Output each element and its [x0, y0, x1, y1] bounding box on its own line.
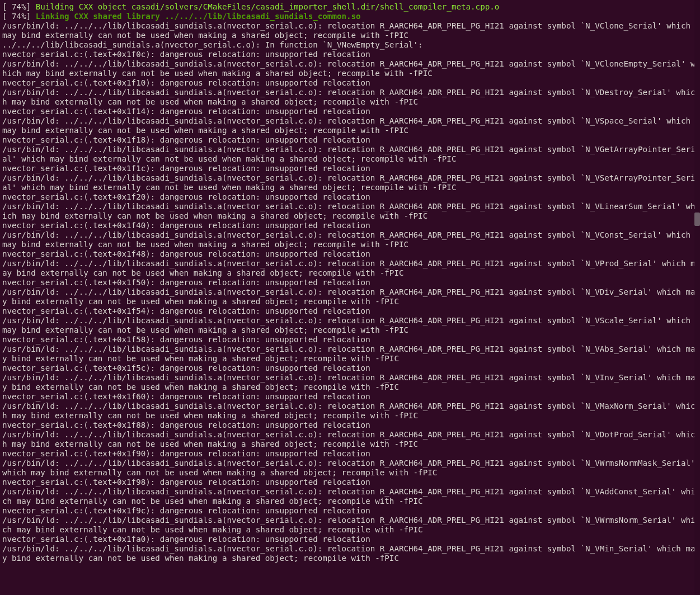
dangerous-line: nvector_serial.c:(.text+0x1f9c): dangero…: [2, 506, 698, 516]
progress-percent: [ 74%]: [2, 12, 36, 21]
dangerous-line: nvector_serial.c:(.text+0x1f1c): dangero…: [2, 164, 698, 173]
dangerous-reloc: nvector_serial.c:(.text+0x1f50): dangero…: [2, 278, 370, 287]
dangerous-reloc: nvector_serial.c:(.text+0x1f54): dangero…: [2, 306, 370, 315]
dangerous-reloc: nvector_serial.c:(.text+0x1f90): dangero…: [2, 449, 370, 458]
dangerous-line: nvector_serial.c:(.text+0x1f48): dangero…: [2, 249, 698, 259]
in-function-line: ../../../lib/libcasadi_sundials.a(nvecto…: [2, 40, 698, 50]
dangerous-reloc: nvector_serial.c:(.text+0x1f20): dangero…: [2, 192, 370, 201]
build-message: Building CXX object casadi/solvers/CMake…: [36, 2, 500, 11]
dangerous-reloc: nvector_serial.c:(.text+0x1f88): dangero…: [2, 421, 370, 429]
dangerous-line: nvector_serial.c:(.text+0x1f60): dangero…: [2, 392, 698, 402]
ld-error-line: /usr/bin/ld: ../../../lib/libcasadi_sund…: [2, 59, 698, 78]
dangerous-line: nvector_serial.c:(.text+0x1f18): dangero…: [2, 135, 698, 145]
dangerous-reloc: nvector_serial.c:(.text+0x1f40): dangero…: [2, 221, 370, 230]
ld-error: /usr/bin/ld: ../../../lib/libcasadi_sund…: [2, 402, 696, 420]
link-line: [ 74%] Linking CXX shared library ../../…: [2, 12, 698, 21]
ld-error: /usr/bin/ld: ../../../lib/libcasadi_sund…: [2, 373, 696, 391]
ld-error-line: /usr/bin/ld: ../../../lib/libcasadi_sund…: [2, 373, 698, 392]
ld-error: /usr/bin/ld: ../../../lib/libcasadi_sund…: [2, 202, 696, 220]
dangerous-reloc: nvector_serial.c:(.text+0x1f18): dangero…: [2, 135, 370, 144]
dangerous-reloc: nvector_serial.c:(.text+0x1f1c): dangero…: [2, 164, 370, 173]
ld-error: /usr/bin/ld: ../../../lib/libcasadi_sund…: [2, 88, 696, 106]
dangerous-line: nvector_serial.c:(.text+0x1f90): dangero…: [2, 449, 698, 459]
ld-error: /usr/bin/ld: ../../../lib/libcasadi_sund…: [2, 430, 696, 448]
dangerous-reloc: nvector_serial.c:(.text+0x1f48): dangero…: [2, 249, 370, 258]
ld-error-line: /usr/bin/ld: ../../../lib/libcasadi_sund…: [2, 145, 698, 164]
ld-error-line: /usr/bin/ld: ../../../lib/libcasadi_sund…: [2, 116, 698, 135]
dangerous-line: nvector_serial.c:(.text+0x1f0c): dangero…: [2, 50, 698, 59]
ld-error: /usr/bin/ld: ../../../lib/libcasadi_sund…: [2, 59, 696, 78]
ld-error-line: /usr/bin/ld: ../../../lib/libcasadi_sund…: [2, 430, 698, 449]
ld-error: /usr/bin/ld: ../../../lib/libcasadi_sund…: [2, 145, 696, 163]
ld-error-line: /usr/bin/ld: ../../../lib/libcasadi_sund…: [2, 259, 698, 278]
ld-error: /usr/bin/ld: ../../../lib/libcasadi_sund…: [2, 259, 696, 277]
dangerous-reloc: nvector_serial.c:(.text+0x1f10): dangero…: [2, 78, 370, 87]
dangerous-line: nvector_serial.c:(.text+0x1f50): dangero…: [2, 278, 698, 287]
ld-error: /usr/bin/ld: ../../../lib/libcasadi_sund…: [2, 344, 696, 363]
ld-error: /usr/bin/ld: ../../../lib/libcasadi_sund…: [2, 173, 696, 192]
ld-error: /usr/bin/ld: ../../../lib/libcasadi_sund…: [2, 487, 696, 506]
ld-error-line: /usr/bin/ld: ../../../lib/libcasadi_sund…: [2, 202, 698, 221]
ld-error-line: /usr/bin/ld: ../../../lib/libcasadi_sund…: [2, 230, 698, 249]
dangerous-line: nvector_serial.c:(.text+0x1f40): dangero…: [2, 221, 698, 230]
ld-error: /usr/bin/ld: ../../../lib/libcasadi_sund…: [2, 516, 696, 534]
ld-error-line: /usr/bin/ld: ../../../lib/libcasadi_sund…: [2, 287, 698, 306]
dangerous-reloc: nvector_serial.c:(.text+0x1f14): dangero…: [2, 107, 370, 116]
ld-error: /usr/bin/ld: ../../../lib/libcasadi_sund…: [2, 230, 696, 249]
progress-percent: [ 74%]: [2, 2, 36, 11]
ld-error: /usr/bin/ld: ../../../lib/libcasadi_sund…: [2, 287, 696, 306]
dangerous-line: nvector_serial.c:(.text+0x1f88): dangero…: [2, 421, 698, 430]
terminal-output: [ 74%] Building CXX object casadi/solver…: [0, 0, 700, 563]
ld-error-line: /usr/bin/ld: ../../../lib/libcasadi_sund…: [2, 21, 698, 40]
link-message: Linking CXX shared library ../../../lib/…: [36, 12, 361, 21]
ld-error: /usr/bin/ld: ../../../lib/libcasadi_sund…: [2, 116, 696, 135]
ld-error-line: /usr/bin/ld: ../../../lib/libcasadi_sund…: [2, 516, 698, 535]
ld-error: /usr/bin/ld: ../../../lib/libcasadi_sund…: [2, 316, 696, 334]
scrollbar-track[interactable]: [694, 0, 700, 563]
dangerous-reloc: nvector_serial.c:(.text+0x1f5c): dangero…: [2, 363, 370, 372]
build-line: [ 74%] Building CXX object casadi/solver…: [2, 2, 698, 12]
dangerous-reloc: nvector_serial.c:(.text+0x1fa0): dangero…: [2, 535, 370, 544]
dangerous-line: nvector_serial.c:(.text+0x1f20): dangero…: [2, 192, 698, 202]
ld-error-line: /usr/bin/ld: ../../../lib/libcasadi_sund…: [2, 459, 698, 478]
dangerous-line: nvector_serial.c:(.text+0x1f98): dangero…: [2, 478, 698, 487]
ld-error-line: /usr/bin/ld: ../../../lib/libcasadi_sund…: [2, 316, 698, 335]
dangerous-reloc: nvector_serial.c:(.text+0x1f0c): dangero…: [2, 50, 370, 59]
dangerous-reloc: nvector_serial.c:(.text+0x1f58): dangero…: [2, 335, 370, 344]
ld-error-line: /usr/bin/ld: ../../../lib/libcasadi_sund…: [2, 544, 698, 563]
dangerous-line: nvector_serial.c:(.text+0x1f10): dangero…: [2, 78, 698, 88]
dangerous-line: nvector_serial.c:(.text+0x1f54): dangero…: [2, 306, 698, 316]
dangerous-reloc: nvector_serial.c:(.text+0x1f60): dangero…: [2, 392, 370, 401]
ld-error: /usr/bin/ld: ../../../lib/libcasadi_sund…: [2, 459, 700, 477]
ld-error-line: /usr/bin/ld: ../../../lib/libcasadi_sund…: [2, 487, 698, 506]
dangerous-line: nvector_serial.c:(.text+0x1f14): dangero…: [2, 107, 698, 116]
ld-error-line: /usr/bin/ld: ../../../lib/libcasadi_sund…: [2, 88, 698, 107]
ld-error-line: /usr/bin/ld: ../../../lib/libcasadi_sund…: [2, 344, 698, 363]
dangerous-reloc: nvector_serial.c:(.text+0x1f98): dangero…: [2, 478, 370, 487]
dangerous-line: nvector_serial.c:(.text+0x1f5c): dangero…: [2, 363, 698, 373]
ld-error: /usr/bin/ld: ../../../lib/libcasadi_sund…: [2, 544, 696, 563]
ld-error-line: /usr/bin/ld: ../../../lib/libcasadi_sund…: [2, 402, 698, 421]
scrollbar-thumb[interactable]: [694, 212, 700, 226]
ld-error-line: /usr/bin/ld: ../../../lib/libcasadi_sund…: [2, 173, 698, 192]
ld-error: /usr/bin/ld: ../../../lib/libcasadi_sund…: [2, 21, 696, 40]
in-function: ../../../lib/libcasadi_sundials.a(nvecto…: [2, 40, 423, 49]
dangerous-reloc: nvector_serial.c:(.text+0x1f9c): dangero…: [2, 506, 370, 515]
dangerous-line: nvector_serial.c:(.text+0x1fa0): dangero…: [2, 535, 698, 544]
dangerous-line: nvector_serial.c:(.text+0x1f58): dangero…: [2, 335, 698, 344]
